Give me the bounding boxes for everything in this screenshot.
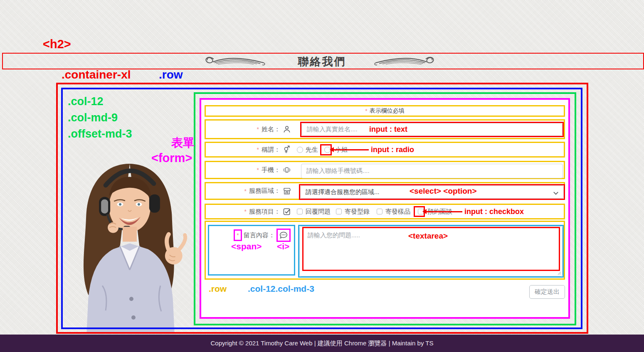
service-area-label: 服務區域： xyxy=(249,187,280,195)
service-area-row: * 服務區域： 請選擇適合服務您的區域... xyxy=(205,182,565,200)
col-12-label: .col-12 xyxy=(68,96,104,107)
radio-arrow-line xyxy=(333,149,369,150)
offset-md-3-label: .offset-md-3 xyxy=(68,128,132,140)
textarea-tag-label: <textarea> xyxy=(408,231,448,241)
service-area-selected: 請選擇適合服務您的區域... xyxy=(306,188,380,196)
radio-arrow-head xyxy=(330,147,334,152)
footer: Copyright © 2021 Timothy Care Web | 建議使用… xyxy=(0,335,644,352)
bottom-col-class-label: .col-12.col-md-3 xyxy=(248,284,314,293)
checkbox-catalog[interactable] xyxy=(336,209,342,214)
shop-icon xyxy=(283,187,291,195)
textarea-annotation-box: 請輸入您的問題..... <textarea> xyxy=(302,227,560,271)
submit-button-label: 確定送出 xyxy=(535,288,560,296)
input-checkbox-label: input : checkbox xyxy=(464,207,524,216)
resize-handle[interactable] xyxy=(557,271,561,275)
name-placeholder: 請輸入真實姓名.... xyxy=(307,126,358,133)
service-area-star: * xyxy=(244,188,247,194)
form-word-label: 表單 xyxy=(171,137,195,149)
page: 聯絡我們 <h2> .container-xl .row .col-12 .co… xyxy=(0,0,644,352)
person-icon xyxy=(283,125,291,133)
input-radio-label: input : radio xyxy=(371,145,414,154)
checkbox-catalog-label[interactable]: 寄發型錄 xyxy=(345,208,370,216)
message-label-col-box: * 留言內容： <span> <i> xyxy=(208,225,295,276)
h2-tag-label: <h2> xyxy=(43,38,71,50)
phone-label: 手機： xyxy=(262,166,280,174)
phone-vibrate-icon xyxy=(283,166,291,174)
chat-dots-icon xyxy=(279,231,288,240)
i-annotation-box xyxy=(276,229,291,242)
service-items-label: 服務項目： xyxy=(249,208,280,216)
service-items-star: * xyxy=(244,208,247,215)
i-tag-label: <i> xyxy=(277,242,289,251)
message-placeholder: 請輸入您的問題..... xyxy=(308,231,360,239)
form-tag-label: <form> xyxy=(151,152,192,164)
checklist-icon xyxy=(283,207,291,216)
chevron-down-icon[interactable] xyxy=(553,190,559,196)
copyright-text: Copyright © 2021 Timothy Care Web | 建議使用… xyxy=(211,340,434,347)
name-label: 姓名： xyxy=(262,126,280,133)
salutation-label: 稱謂： xyxy=(262,146,280,154)
message-label: 留言內容： xyxy=(244,231,275,239)
radio-mr-label[interactable]: 先生 xyxy=(306,146,318,154)
input-text-label: input : text xyxy=(369,125,407,134)
message-star: * xyxy=(237,232,239,239)
input-text-annotation-box: 請輸入真實姓名.... xyxy=(300,122,564,137)
gender-icon xyxy=(283,145,291,154)
col-md-9-label: .col-md-9 xyxy=(68,112,118,123)
required-note-row: * 表示欄位必填 xyxy=(205,105,565,117)
name-input[interactable]: 請輸入真實姓名.... xyxy=(301,123,563,136)
checkbox-arrow-head xyxy=(422,209,427,214)
textarea-col-box: 請輸入您的問題..... <textarea> xyxy=(298,225,564,278)
span-tag-label: <span> xyxy=(231,242,262,251)
span-annotation-box: * xyxy=(234,229,242,241)
container-class-label: .container-xl xyxy=(62,69,131,81)
required-star: * xyxy=(365,108,367,114)
checkbox-sample-label[interactable]: 寄發樣品 xyxy=(385,208,410,216)
checkbox-reply-label[interactable]: 回覆問題 xyxy=(306,208,331,216)
message-row: * 留言內容： <span> <i> 請輸入您的問題..... <textare… xyxy=(205,221,565,280)
phone-row: * 手機： 請輸入聯絡手機號碼.... xyxy=(205,161,565,179)
submit-button[interactable]: 確定送出 xyxy=(529,285,565,299)
name-star: * xyxy=(257,126,259,133)
select-option-label: <select> <option> xyxy=(410,187,477,196)
phone-placeholder: 請輸入聯絡手機號碼.... xyxy=(306,167,370,175)
phone-input[interactable]: 請輸入聯絡手機號碼.... xyxy=(301,164,563,178)
radio-mr[interactable] xyxy=(297,147,303,153)
checkbox-arrow-line xyxy=(426,211,462,212)
row-class-label: .row xyxy=(159,69,183,81)
checkbox-reply[interactable] xyxy=(297,209,303,214)
checkbox-sample[interactable] xyxy=(377,209,382,214)
salutation-star: * xyxy=(257,146,259,153)
phone-star: * xyxy=(257,167,259,173)
page-title: 聯絡我們 xyxy=(0,54,644,69)
bottom-row-class-label: .row xyxy=(209,284,227,293)
required-note-text: 表示欄位必填 xyxy=(370,107,405,115)
